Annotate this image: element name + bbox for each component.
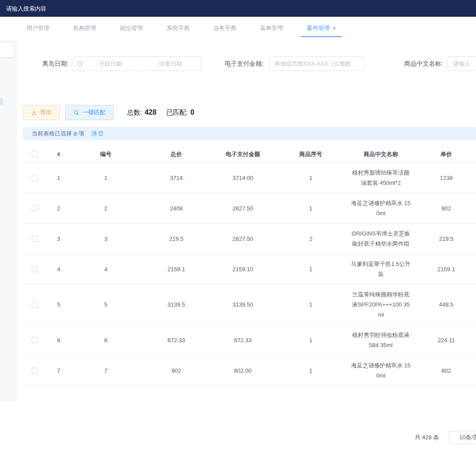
- row-checkbox[interactable]: [32, 302, 38, 308]
- tab-org-management[interactable]: 机构管理: [73, 17, 96, 40]
- cell-product-seq: 1: [274, 254, 347, 284]
- column-header-0: #: [47, 146, 71, 162]
- page-size-select[interactable]: 10条/页: [449, 431, 476, 444]
- cell-epay-amount: 3714.00: [212, 163, 274, 193]
- table-row[interactable]: 3 3 219.5 2627.50 2 ORIGINS韦博士灵芝焕能好底子精华水…: [23, 224, 476, 254]
- header-checkbox-cell: [23, 146, 47, 162]
- amount-filter-label: 电子支付金额:: [214, 56, 264, 71]
- select-all-checkbox[interactable]: [32, 151, 38, 157]
- cell-index: 8: [47, 386, 71, 398]
- matched-label: 已匹配:: [166, 108, 188, 117]
- selection-suffix: 项: [78, 130, 84, 138]
- download-icon: [31, 110, 37, 116]
- product-name-input-wrap: [447, 56, 476, 71]
- row-checkbox[interactable]: [32, 175, 38, 181]
- product-name-input[interactable]: [448, 57, 476, 71]
- cell-total-price: 2408: [141, 193, 212, 223]
- clear-selection-link[interactable]: 清空: [91, 130, 104, 138]
- table-row[interactable]: 1 1 3714 3714.00 1 植村秀新琥珀臻萃洁颜油套装 450ml*2…: [23, 163, 476, 193]
- tab-label-user-management: 用户管理: [26, 24, 49, 32]
- pagination-total: 共 428 条: [415, 431, 439, 444]
- tab-user-management[interactable]: 用户管理: [26, 17, 49, 40]
- row-checkbox[interactable]: [32, 367, 38, 374]
- amount-input[interactable]: [269, 57, 364, 71]
- cell-epay-amount: 2627.50: [212, 193, 274, 223]
- date-range-input[interactable]: 开始日期 - 结束日期: [72, 56, 201, 71]
- row-checkbox[interactable]: [32, 205, 38, 211]
- tab-system-dict[interactable]: 系统字典: [167, 17, 190, 40]
- tab-business-dict[interactable]: 业务字典: [213, 17, 236, 40]
- column-header-2: 总价: [141, 146, 212, 162]
- table-body: 1 1 3714 3714.00 1 植村秀新琥珀臻萃洁颜油套装 450ml*2…: [23, 163, 476, 398]
- cell-code: 4: [71, 254, 141, 284]
- edge-highlight: [0, 98, 3, 105]
- table-row[interactable]: 5 5 3139.5 3139.50 1 兰蔻菁纯臻颜精华粉底液SPF20PA+…: [23, 284, 476, 325]
- table-row[interactable]: 8 8 1324.47 1324.47 1 卡诗菁纯亮泽经典香氛 150.43: [23, 386, 476, 398]
- row-checkbox-cell: [23, 284, 47, 325]
- row-checkbox-cell: [23, 224, 47, 254]
- cell-epay-amount: 3139.50: [212, 284, 274, 325]
- column-header-5: 商品中文名称: [347, 146, 414, 162]
- filter-row: 离岛日期: 开始日期 - 结束日期 电子支付金额: 商品中文名称:: [0, 56, 476, 71]
- export-button-label: 导出: [40, 108, 52, 116]
- row-checkbox-cell: [23, 163, 47, 193]
- tab-close-icon[interactable]: ×: [332, 25, 336, 31]
- table-row[interactable]: 6 6 672.33 672.33 1 植村秀羽纱持妆粉底液 584 35ml …: [23, 325, 476, 355]
- cell-unit-price: 224.11: [414, 325, 476, 355]
- tab-label-system-dict: 系统字典: [167, 24, 190, 32]
- cell-epay-amount: 1324.47: [212, 386, 274, 398]
- cell-index: 5: [47, 284, 71, 325]
- row-checkbox[interactable]: [32, 337, 38, 343]
- collapsed-panel-box: [0, 42, 14, 58]
- cell-index: 1: [47, 163, 71, 193]
- tab-menu-management[interactable]: 菜单管理: [260, 17, 283, 40]
- match-button-label: 一键匹配: [82, 108, 105, 116]
- cell-index: 4: [47, 254, 71, 284]
- cell-epay-amount: 2159.10: [212, 254, 274, 284]
- column-header-4: 商品序号: [274, 146, 347, 162]
- cell-index: 7: [47, 355, 71, 385]
- toolbar: 导出 一键匹配 总数: 428 已匹配: 0: [23, 105, 194, 120]
- tab-post-management[interactable]: 岗位管理: [120, 17, 143, 40]
- matched-value: 0: [190, 108, 194, 116]
- cell-product-name: ORIGINS韦博士灵芝焕能好底子精华水两件组: [347, 224, 414, 254]
- cell-total-price: 2159.1: [141, 254, 212, 284]
- row-checkbox[interactable]: [32, 236, 38, 242]
- one-click-match-button[interactable]: 一键匹配: [65, 105, 114, 120]
- cell-product-name: 植村秀羽纱持妆粉底液 584 35ml: [347, 325, 414, 355]
- cell-product-name: 马爹利蓝带干邑1.5公升装: [347, 254, 414, 284]
- tab-label-business-dict: 业务字典: [213, 24, 236, 32]
- row-checkbox[interactable]: [32, 398, 38, 398]
- cell-code: 2: [71, 193, 141, 223]
- cell-total-price: 602: [141, 355, 212, 385]
- topbar-search-input[interactable]: [6, 3, 147, 14]
- tab-label-menu-management: 菜单管理: [260, 24, 283, 32]
- totals-summary: 总数: 428 已匹配: 0: [127, 108, 194, 117]
- cell-index: 2: [47, 193, 71, 223]
- table-row[interactable]: 2 2 2408 2627.50 1 海蓝之谜修护精萃水 150ml 602: [23, 193, 476, 224]
- page: 用户管理 机构管理 岗位管理 系统字典 业务字典 菜单管理 案件管理 × 离岛日…: [0, 0, 476, 475]
- cell-code: 7: [71, 355, 141, 385]
- cell-epay-amount: 2627.50: [212, 224, 274, 254]
- clock-icon: [77, 60, 83, 67]
- export-button[interactable]: 导出: [23, 105, 60, 120]
- selection-bar: 当前表格已选择 0 项 清空: [23, 127, 476, 140]
- cell-total-price: 672.33: [141, 325, 212, 355]
- date-separator: -: [137, 60, 145, 67]
- cell-product-name: 海蓝之谜修护精萃水 150ml: [347, 355, 414, 385]
- table-row[interactable]: 7 7 602 602.00 1 海蓝之谜修护精萃水 150ml 602: [23, 355, 476, 386]
- tab-label-post-management: 岗位管理: [120, 24, 143, 32]
- row-checkbox[interactable]: [32, 266, 38, 272]
- cell-unit-price: 602: [414, 355, 476, 385]
- cell-code: 1: [71, 163, 141, 193]
- topbar: [0, 0, 476, 17]
- cell-product-name: 卡诗菁纯亮泽经典香氛: [347, 386, 414, 398]
- cell-product-seq: 1: [274, 163, 347, 193]
- cell-code: 8: [71, 386, 141, 398]
- cell-product-seq: 1: [274, 325, 347, 355]
- cell-product-seq: 1: [274, 193, 347, 223]
- cell-product-seq: 1: [274, 386, 347, 398]
- tab-case-management[interactable]: 案件管理 ×: [307, 17, 336, 40]
- table-row[interactable]: 4 4 2159.1 2159.10 1 马爹利蓝带干邑1.5公升装 2159.…: [23, 254, 476, 284]
- selection-count: 0: [74, 131, 77, 137]
